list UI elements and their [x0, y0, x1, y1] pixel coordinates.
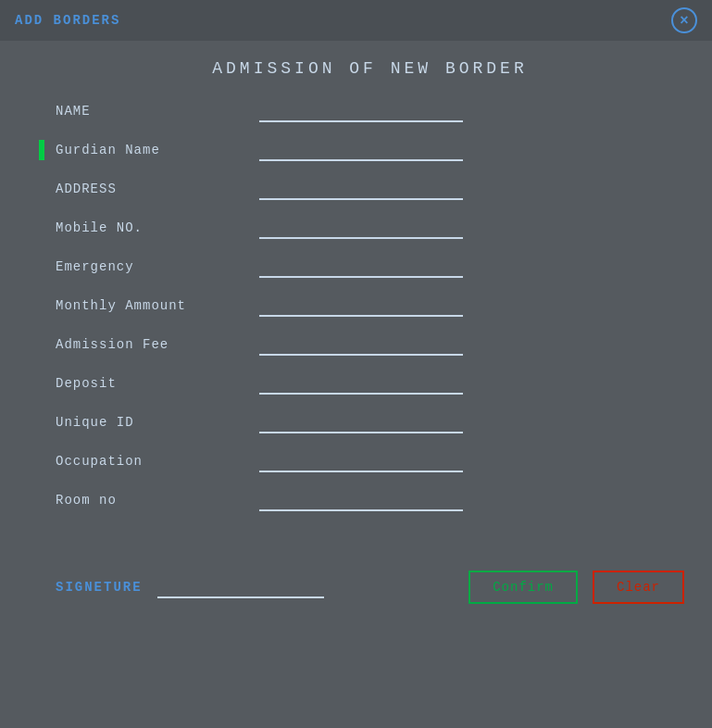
- input-deposit[interactable]: [259, 372, 463, 395]
- input-unique-id[interactable]: [259, 411, 463, 433]
- form-row-guardian-name: Gurdian Name: [56, 139, 684, 161]
- label-address: ADDRESS: [56, 182, 259, 200]
- label-unique-id: Unique ID: [56, 415, 259, 433]
- form-row-monthly-amount: Monthly Ammount: [56, 295, 684, 317]
- input-name[interactable]: [259, 100, 463, 122]
- form-row-name: NAME: [56, 100, 684, 122]
- label-name: NAME: [56, 104, 259, 122]
- title-bar-title: ADD BORDERS: [15, 13, 120, 28]
- form-row-room-no: Room no: [56, 489, 684, 511]
- signature-label: SIGNETURE: [56, 580, 143, 595]
- label-occupation: Occupation: [56, 454, 259, 472]
- form-row-admission-fee: Admission Fee: [56, 333, 684, 356]
- form: NAMEGurdian NameADDRESSMobile NO.Emergen…: [56, 100, 684, 511]
- guardian-indicator: [39, 140, 44, 160]
- clear-button[interactable]: Clear: [593, 571, 684, 604]
- confirm-button[interactable]: Confirm: [468, 571, 578, 604]
- label-deposit: Deposit: [56, 376, 259, 395]
- label-emergency: Emergency: [56, 259, 259, 278]
- label-monthly-amount: Monthly Ammount: [56, 298, 259, 317]
- input-occupation[interactable]: [259, 450, 463, 472]
- input-room-no[interactable]: [259, 489, 463, 511]
- form-row-deposit: Deposit: [56, 372, 684, 395]
- page-title: ADMISSION OF NEW BORDER: [56, 59, 684, 78]
- form-row-unique-id: Unique ID: [56, 411, 684, 433]
- form-row-address: ADDRESS: [56, 178, 684, 200]
- signature-input[interactable]: [157, 576, 324, 598]
- label-room-no: Room no: [56, 493, 259, 511]
- footer-area: SIGNETURE Confirm Clear: [0, 556, 712, 619]
- title-bar: ADD BORDERS ×: [0, 0, 712, 41]
- label-guardian-name: Gurdian Name: [56, 143, 259, 161]
- form-row-mobile-no: Mobile NO.: [56, 217, 684, 239]
- input-monthly-amount[interactable]: [259, 295, 463, 317]
- main-content: ADMISSION OF NEW BORDER NAMEGurdian Name…: [0, 41, 712, 546]
- input-address[interactable]: [259, 178, 463, 200]
- form-row-occupation: Occupation: [56, 450, 684, 472]
- input-admission-fee[interactable]: [259, 333, 463, 356]
- close-button[interactable]: ×: [671, 7, 697, 33]
- input-mobile-no[interactable]: [259, 217, 463, 239]
- input-guardian-name[interactable]: [259, 139, 463, 161]
- label-mobile-no: Mobile NO.: [56, 220, 259, 239]
- input-emergency[interactable]: [259, 256, 463, 278]
- form-row-emergency: Emergency: [56, 256, 684, 278]
- label-admission-fee: Admission Fee: [56, 337, 259, 356]
